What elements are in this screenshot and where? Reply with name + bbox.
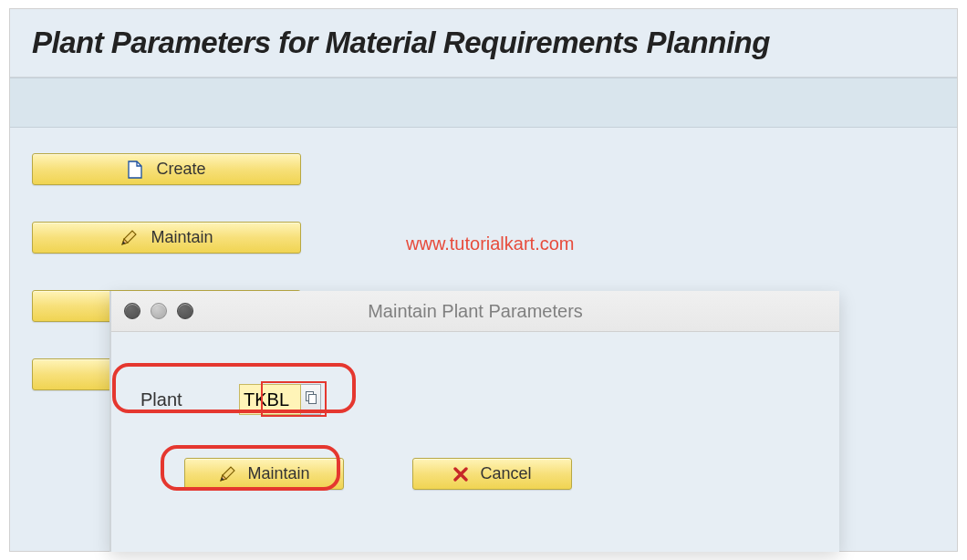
svg-rect-1	[308, 395, 316, 404]
maintain-button[interactable]: Maintain	[32, 222, 301, 254]
pencil-icon	[218, 465, 236, 483]
dialog-button-row: Maintain Cancel	[130, 458, 821, 490]
pencil-icon	[120, 229, 138, 247]
cancel-button[interactable]: Cancel	[412, 458, 572, 490]
create-button-label: Create	[156, 160, 205, 179]
cancel-button-label: Cancel	[480, 464, 531, 483]
create-button[interactable]: Create	[32, 153, 301, 185]
dialog-body: Plant	[111, 332, 839, 508]
dialog-title: Maintain Plant Parameters	[111, 301, 839, 322]
dialog-maintain-button[interactable]: Maintain	[184, 458, 344, 490]
zoom-window-icon[interactable]	[177, 303, 193, 319]
plant-input[interactable]	[239, 384, 301, 415]
maintain-plant-parameters-dialog: Maintain Plant Parameters Plant	[109, 291, 839, 552]
maintain-button-label: Maintain	[151, 228, 213, 247]
title-bar: Plant Parameters for Material Requiremen…	[10, 9, 957, 78]
toolbar-area	[10, 78, 957, 128]
close-window-icon[interactable]	[124, 303, 140, 319]
plant-field-row: Plant	[130, 378, 821, 421]
dialog-maintain-label: Maintain	[247, 464, 309, 483]
value-help-icon	[305, 390, 317, 409]
plant-input-group	[239, 384, 321, 415]
window-controls	[111, 303, 193, 319]
new-document-icon	[127, 161, 143, 179]
cancel-icon	[452, 466, 469, 482]
dialog-titlebar: Maintain Plant Parameters	[111, 291, 839, 332]
page-title: Plant Parameters for Material Requiremen…	[32, 26, 935, 60]
minimize-window-icon[interactable]	[151, 303, 167, 319]
value-help-button[interactable]	[301, 384, 321, 415]
plant-label: Plant	[140, 389, 239, 410]
